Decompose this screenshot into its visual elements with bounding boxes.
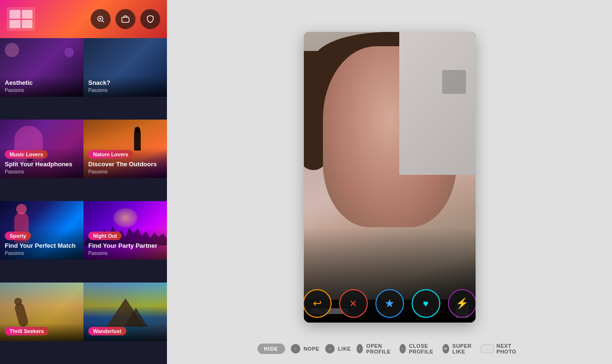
next-photo-shortcut-label: NEXT PHOTO <box>497 343 522 354</box>
shortcut-bar: HIDE ← NOPE → LIKE ↑ OPEN PROFILE ↓ CLOS… <box>257 343 522 354</box>
card-title-music: Split Your Headphones <box>5 161 79 168</box>
close-profile-key-icon: ↓ <box>400 344 405 354</box>
search-icon-button[interactable] <box>91 9 111 29</box>
super-like-button[interactable]: ★ <box>375 289 404 318</box>
card-subtitle-snack: Passions <box>88 88 162 93</box>
passion-card-thrill[interactable]: Thrill Seekers <box>0 283 83 341</box>
card-title-snack: Snack? <box>88 79 162 87</box>
nope-key-icon: ← <box>290 344 300 354</box>
shortcut-open-profile: ↑ OPEN PROFILE <box>357 343 394 354</box>
logo <box>7 7 35 31</box>
bg-object <box>442 70 466 94</box>
card-overlay-nature: Nature Lovers Discover The Outdoors Pass… <box>83 147 167 178</box>
card-title-sporty: Find Your Perfect Match <box>5 242 79 250</box>
logo-dot <box>22 10 33 19</box>
card-title-nature: Discover The Outdoors <box>88 161 162 168</box>
nope-shortcut-label: NOPE <box>303 346 319 352</box>
like-shortcut-label: LIKE <box>338 346 351 352</box>
passion-card-music[interactable]: Music Lovers Split Your Headphones Passi… <box>0 120 83 178</box>
bg-wall <box>399 32 476 175</box>
shortcut-close-profile: ↓ CLOSE PROFILE <box>400 343 437 354</box>
passion-card-nightout[interactable]: Night Out Find Your Party Partner Passio… <box>83 201 167 260</box>
logo-dot <box>10 10 21 19</box>
passion-card-sporty[interactable]: Sporty Find Your Perfect Match Passions <box>0 201 83 260</box>
card-overlay-snack: Snack? Passions <box>83 76 167 97</box>
open-profile-shortcut-label: OPEN PROFILE <box>366 343 394 354</box>
like-button[interactable]: ♥ <box>412 289 440 318</box>
card-overlay-thrill: Thrill Seekers <box>0 324 83 341</box>
profile-card[interactable]: ↩ ✕ ★ ♥ ⚡ <box>304 32 476 323</box>
shield-icon-button[interactable] <box>140 9 160 29</box>
card-badge-nature: Nature Lovers <box>88 150 133 159</box>
card-badge-thrill: Thrill Seekers <box>5 327 49 335</box>
svg-rect-4 <box>122 17 129 22</box>
open-profile-key-icon: ↑ <box>357 344 363 354</box>
svg-line-1 <box>102 20 104 22</box>
nope-button[interactable]: ✕ <box>339 289 368 318</box>
super-like-key-icon: ↵ <box>443 344 449 354</box>
super-like-shortcut-label: SUPER LIKE <box>452 343 475 354</box>
card-badge-sporty: Sporty <box>5 232 31 240</box>
sidebar: Aesthetic Passions Snack? Passions <box>0 0 167 364</box>
header-icons <box>91 9 160 29</box>
shortcut-next-photo: NEXT PHOTO <box>480 343 521 354</box>
action-buttons: ↩ ✕ ★ ♥ ⚡ <box>304 289 476 318</box>
card-title-nightout: Find Your Party Partner <box>88 242 162 250</box>
card-subtitle-nature: Passions <box>88 169 162 174</box>
passion-cards-grid: Aesthetic Passions Snack? Passions <box>0 38 167 364</box>
shortcut-super-like: ↵ SUPER LIKE <box>443 343 475 354</box>
card-subtitle-aesthetic: Passions <box>5 88 79 93</box>
briefcase-icon-button[interactable] <box>115 9 135 29</box>
passion-card-snack[interactable]: Snack? Passions <box>83 38 167 97</box>
main-area: ↩ ✕ ★ ♥ ⚡ HIDE ← NOPE → LIKE ↑ OPEN PROF… <box>167 0 612 364</box>
card-overlay-music: Music Lovers Split Your Headphones Passi… <box>0 147 83 178</box>
rewind-button[interactable]: ↩ <box>304 289 332 318</box>
card-overlay-aesthetic: Aesthetic Passions <box>0 76 83 97</box>
card-overlay-wanderlust: Wanderlust <box>83 324 167 341</box>
card-subtitle-music: Passions <box>5 169 79 174</box>
logo-dot <box>10 20 21 29</box>
card-overlay-nightout: Night Out Find Your Party Partner Passio… <box>83 228 167 260</box>
card-subtitle-nightout: Passions <box>88 251 162 256</box>
passion-card-nature[interactable]: Nature Lovers Discover The Outdoors Pass… <box>83 120 167 178</box>
card-title-aesthetic: Aesthetic <box>5 79 79 87</box>
card-subtitle-sporty: Passions <box>5 251 79 256</box>
passion-card-wanderlust[interactable]: Wanderlust <box>83 283 167 341</box>
card-badge-nightout: Night Out <box>88 232 122 240</box>
card-badge-wanderlust: Wanderlust <box>88 327 126 335</box>
passion-card-aesthetic[interactable]: Aesthetic Passions <box>0 38 83 97</box>
next-photo-key-icon <box>480 344 494 353</box>
card-badge-music: Music Lovers <box>5 150 48 159</box>
sidebar-header <box>0 0 167 38</box>
hide-button[interactable]: HIDE <box>257 344 285 354</box>
card-overlay-sporty: Sporty Find Your Perfect Match Passions <box>0 228 83 260</box>
profile-photo <box>304 32 476 323</box>
boost-button[interactable]: ⚡ <box>448 289 476 318</box>
logo-dot <box>22 20 33 29</box>
like-key-icon: → <box>325 344 335 354</box>
close-profile-shortcut-label: CLOSE PROFILE <box>409 343 437 354</box>
shortcut-nope: ← NOPE <box>290 344 319 354</box>
shortcut-like: → LIKE <box>325 344 351 354</box>
